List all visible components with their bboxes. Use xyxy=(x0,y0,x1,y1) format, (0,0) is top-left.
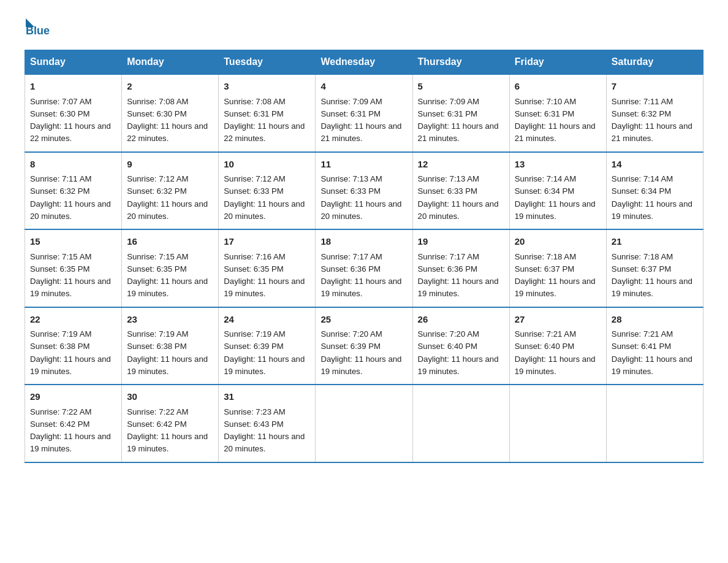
calendar-cell: 6Sunrise: 7:10 AMSunset: 6:31 PMDaylight… xyxy=(509,74,606,152)
day-number: 28 xyxy=(612,313,698,327)
calendar-cell: 9Sunrise: 7:12 AMSunset: 6:32 PMDaylight… xyxy=(122,152,219,230)
calendar-cell: 27Sunrise: 7:21 AMSunset: 6:40 PMDayligh… xyxy=(509,307,606,385)
day-info: Sunrise: 7:23 AMSunset: 6:43 PMDaylight:… xyxy=(224,407,305,454)
calendar-cell: 19Sunrise: 7:17 AMSunset: 6:36 PMDayligh… xyxy=(412,229,509,307)
day-info: Sunrise: 7:11 AMSunset: 6:32 PMDaylight:… xyxy=(30,174,111,221)
day-info: Sunrise: 7:12 AMSunset: 6:32 PMDaylight:… xyxy=(127,174,208,221)
day-info: Sunrise: 7:15 AMSunset: 6:35 PMDaylight:… xyxy=(30,252,111,299)
weekday-header-wednesday: Wednesday xyxy=(316,50,412,75)
day-info: Sunrise: 7:22 AMSunset: 6:42 PMDaylight:… xyxy=(30,407,111,454)
weekday-header-tuesday: Tuesday xyxy=(219,50,316,75)
day-number: 15 xyxy=(30,235,116,249)
day-number: 11 xyxy=(320,158,407,172)
day-info: Sunrise: 7:22 AMSunset: 6:42 PMDaylight:… xyxy=(127,407,208,454)
day-info: Sunrise: 7:15 AMSunset: 6:35 PMDaylight:… xyxy=(127,252,208,299)
calendar-cell: 8Sunrise: 7:11 AMSunset: 6:32 PMDaylight… xyxy=(25,152,122,230)
calendar-cell: 24Sunrise: 7:19 AMSunset: 6:39 PMDayligh… xyxy=(219,307,316,385)
calendar-week-row: 22Sunrise: 7:19 AMSunset: 6:38 PMDayligh… xyxy=(25,307,703,385)
day-info: Sunrise: 7:19 AMSunset: 6:39 PMDaylight:… xyxy=(224,329,305,376)
day-info: Sunrise: 7:09 AMSunset: 6:31 PMDaylight:… xyxy=(418,97,499,144)
day-info: Sunrise: 7:19 AMSunset: 6:38 PMDaylight:… xyxy=(30,329,111,376)
day-info: Sunrise: 7:20 AMSunset: 6:40 PMDaylight:… xyxy=(418,329,499,376)
calendar-cell: 18Sunrise: 7:17 AMSunset: 6:36 PMDayligh… xyxy=(316,229,412,307)
calendar-cell: 4Sunrise: 7:09 AMSunset: 6:31 PMDaylight… xyxy=(316,74,412,152)
calendar-cell: 3Sunrise: 7:08 AMSunset: 6:31 PMDaylight… xyxy=(219,74,316,152)
day-info: Sunrise: 7:08 AMSunset: 6:31 PMDaylight:… xyxy=(224,97,305,144)
calendar-cell: 15Sunrise: 7:15 AMSunset: 6:35 PMDayligh… xyxy=(25,229,122,307)
day-info: Sunrise: 7:10 AMSunset: 6:31 PMDaylight:… xyxy=(515,97,596,144)
day-number: 24 xyxy=(224,313,310,327)
day-number: 23 xyxy=(127,313,213,327)
day-number: 13 xyxy=(515,158,601,172)
calendar-cell: 20Sunrise: 7:18 AMSunset: 6:37 PMDayligh… xyxy=(509,229,606,307)
day-number: 30 xyxy=(127,390,213,404)
weekday-header-friday: Friday xyxy=(509,50,606,75)
calendar-cell: 5Sunrise: 7:09 AMSunset: 6:31 PMDaylight… xyxy=(412,74,509,152)
day-number: 29 xyxy=(30,390,116,404)
page-header: Blue xyxy=(25,18,703,37)
calendar-cell: 26Sunrise: 7:20 AMSunset: 6:40 PMDayligh… xyxy=(412,307,509,385)
calendar-cell: 22Sunrise: 7:19 AMSunset: 6:38 PMDayligh… xyxy=(25,307,122,385)
day-number: 17 xyxy=(224,235,310,249)
day-info: Sunrise: 7:11 AMSunset: 6:32 PMDaylight:… xyxy=(612,97,692,144)
day-number: 7 xyxy=(612,80,698,94)
day-number: 8 xyxy=(30,158,116,172)
day-number: 12 xyxy=(418,158,504,172)
weekday-header-monday: Monday xyxy=(122,50,219,75)
calendar-table: SundayMondayTuesdayWednesdayThursdayFrid… xyxy=(25,50,703,463)
calendar-cell: 13Sunrise: 7:14 AMSunset: 6:34 PMDayligh… xyxy=(509,152,606,230)
calendar-week-row: 1Sunrise: 7:07 AMSunset: 6:30 PMDaylight… xyxy=(25,74,703,152)
day-number: 27 xyxy=(515,313,601,327)
day-info: Sunrise: 7:14 AMSunset: 6:34 PMDaylight:… xyxy=(612,174,692,221)
calendar-cell: 10Sunrise: 7:12 AMSunset: 6:33 PMDayligh… xyxy=(219,152,316,230)
day-info: Sunrise: 7:20 AMSunset: 6:39 PMDaylight:… xyxy=(320,329,401,376)
weekday-header-thursday: Thursday xyxy=(412,50,509,75)
calendar-cell: 16Sunrise: 7:15 AMSunset: 6:35 PMDayligh… xyxy=(122,229,219,307)
day-info: Sunrise: 7:13 AMSunset: 6:33 PMDaylight:… xyxy=(418,174,499,221)
day-number: 25 xyxy=(320,313,407,327)
calendar-week-row: 8Sunrise: 7:11 AMSunset: 6:32 PMDaylight… xyxy=(25,152,703,230)
day-number: 19 xyxy=(418,235,504,249)
day-number: 20 xyxy=(515,235,601,249)
day-info: Sunrise: 7:09 AMSunset: 6:31 PMDaylight:… xyxy=(320,97,401,144)
day-info: Sunrise: 7:18 AMSunset: 6:37 PMDaylight:… xyxy=(612,252,692,299)
calendar-week-row: 15Sunrise: 7:15 AMSunset: 6:35 PMDayligh… xyxy=(25,229,703,307)
day-info: Sunrise: 7:13 AMSunset: 6:33 PMDaylight:… xyxy=(320,174,401,221)
day-number: 31 xyxy=(224,390,310,404)
day-info: Sunrise: 7:17 AMSunset: 6:36 PMDaylight:… xyxy=(418,252,499,299)
calendar-cell: 7Sunrise: 7:11 AMSunset: 6:32 PMDaylight… xyxy=(606,74,703,152)
day-info: Sunrise: 7:16 AMSunset: 6:35 PMDaylight:… xyxy=(224,252,305,299)
day-info: Sunrise: 7:17 AMSunset: 6:36 PMDaylight:… xyxy=(320,252,401,299)
day-number: 22 xyxy=(30,313,116,327)
calendar-cell: 31Sunrise: 7:23 AMSunset: 6:43 PMDayligh… xyxy=(219,385,316,462)
logo: Blue xyxy=(25,18,50,37)
day-number: 18 xyxy=(320,235,407,249)
logo-subtitle: Blue xyxy=(26,25,50,37)
day-number: 10 xyxy=(224,158,310,172)
calendar-cell: 28Sunrise: 7:21 AMSunset: 6:41 PMDayligh… xyxy=(606,307,703,385)
calendar-cell xyxy=(509,385,606,462)
calendar-cell: 17Sunrise: 7:16 AMSunset: 6:35 PMDayligh… xyxy=(219,229,316,307)
calendar-cell xyxy=(316,385,412,462)
day-info: Sunrise: 7:18 AMSunset: 6:37 PMDaylight:… xyxy=(515,252,596,299)
calendar-cell: 12Sunrise: 7:13 AMSunset: 6:33 PMDayligh… xyxy=(412,152,509,230)
day-info: Sunrise: 7:19 AMSunset: 6:38 PMDaylight:… xyxy=(127,329,208,376)
calendar-cell xyxy=(606,385,703,462)
calendar-cell: 29Sunrise: 7:22 AMSunset: 6:42 PMDayligh… xyxy=(25,385,122,462)
day-number: 14 xyxy=(612,158,698,172)
calendar-cell: 21Sunrise: 7:18 AMSunset: 6:37 PMDayligh… xyxy=(606,229,703,307)
weekday-header-sunday: Sunday xyxy=(25,50,122,75)
calendar-cell: 30Sunrise: 7:22 AMSunset: 6:42 PMDayligh… xyxy=(122,385,219,462)
day-info: Sunrise: 7:12 AMSunset: 6:33 PMDaylight:… xyxy=(224,174,305,221)
weekday-header-row: SundayMondayTuesdayWednesdayThursdayFrid… xyxy=(25,50,703,75)
calendar-cell: 2Sunrise: 7:08 AMSunset: 6:30 PMDaylight… xyxy=(122,74,219,152)
calendar-cell: 1Sunrise: 7:07 AMSunset: 6:30 PMDaylight… xyxy=(25,74,122,152)
day-info: Sunrise: 7:21 AMSunset: 6:41 PMDaylight:… xyxy=(612,329,692,376)
day-number: 26 xyxy=(418,313,504,327)
day-number: 2 xyxy=(127,80,213,94)
day-info: Sunrise: 7:21 AMSunset: 6:40 PMDaylight:… xyxy=(515,329,596,376)
calendar-cell: 14Sunrise: 7:14 AMSunset: 6:34 PMDayligh… xyxy=(606,152,703,230)
day-info: Sunrise: 7:07 AMSunset: 6:30 PMDaylight:… xyxy=(30,97,111,144)
calendar-week-row: 29Sunrise: 7:22 AMSunset: 6:42 PMDayligh… xyxy=(25,385,703,462)
day-number: 4 xyxy=(320,80,407,94)
